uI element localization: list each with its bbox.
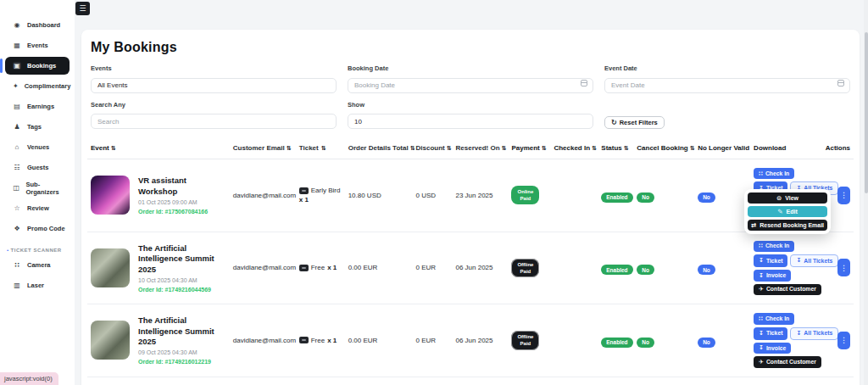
customer-email: davidlane@mail.com [233, 192, 299, 199]
event-title: VR assistant Workshop [138, 176, 227, 197]
discount-value: 0 USD [416, 192, 456, 199]
event-thumbnail [91, 248, 130, 287]
sidebar-toggle-button[interactable]: ☰ [75, 2, 90, 15]
reset-filters-button[interactable]: ↻ Reset Filters [604, 116, 665, 129]
sidebar-item[interactable]: ☆ Review [5, 199, 70, 217]
column-header[interactable]: Payment ⇅ [511, 144, 554, 152]
sidebar-item[interactable]: ▤ Earnings [5, 98, 70, 115]
check-in-button[interactable]: ∷ Check In [754, 168, 794, 179]
sidebar-item-icon: ♟ [13, 123, 21, 131]
search-input[interactable] [91, 114, 337, 129]
ticket-cell: Early Bird x 1 [299, 187, 348, 204]
column-header[interactable]: Checked In ⇅ [554, 144, 601, 152]
sidebar-item[interactable]: ❖ Promo Code [5, 220, 70, 237]
event-date-input[interactable] [604, 78, 850, 93]
sidebar-item-label: Earnings [27, 103, 54, 110]
sidebar-item-label: Review [27, 204, 49, 212]
scrollbar-thumb[interactable] [865, 32, 868, 193]
column-header[interactable]: Actions ⇅ [826, 144, 850, 152]
sort-icon: ⇅ [542, 145, 547, 152]
column-header[interactable]: Ticket ⇅ [299, 144, 348, 152]
sidebar-item[interactable]: ◫ Sub-Organizers [5, 179, 70, 197]
contact-customer-button[interactable]: ✈ Contact Customer [754, 356, 821, 367]
page-title: My Bookings [91, 40, 854, 55]
ticket-name: Free [311, 337, 325, 344]
column-header[interactable]: Cancel Booking ⇅ [637, 144, 698, 152]
contact-customer-button[interactable]: ✈ Contact Customer [754, 284, 821, 295]
row-actions-button[interactable]: ⋮ [837, 259, 850, 276]
sidebar-item-icon: ◉ [13, 21, 21, 29]
sidebar-item[interactable]: ∷ Camera [5, 256, 70, 274]
event-datetime: 09 Oct 2025 04:30 AM [138, 349, 227, 355]
refresh-icon: ↻ [611, 119, 617, 126]
sidebar-item-icon: ◫ [13, 184, 20, 192]
sidebar-item-icon: ▣ [13, 62, 21, 70]
bookings-card: My Bookings Events All Events Booking Da… [81, 30, 860, 385]
eye-icon: ⊙ [776, 194, 782, 202]
column-header[interactable]: Discount ⇅ [416, 144, 456, 152]
download-invoice-button[interactable]: ↧ Invoice [754, 343, 791, 354]
sidebar: ◉ Dashboard ▦ Events ▣ Bookings ✦ Compli… [0, 0, 75, 385]
status-cell: Enabled [601, 332, 637, 348]
row-actions-button[interactable]: ⋮ [837, 332, 850, 349]
table-row: VR assistant Workshop 01 Oct 2025 09:00 … [87, 159, 854, 232]
sidebar-item[interactable]: ☷ Guests [5, 159, 70, 176]
no-longer-valid-badge: No [698, 265, 715, 275]
column-header-label: Discount [416, 144, 445, 152]
edit-menu-button[interactable]: ✎ Edit [748, 206, 827, 217]
page-scrollbar [864, 0, 868, 385]
cancel-booking-badge: No [637, 265, 654, 275]
cancel-booking-cell: No [637, 332, 698, 348]
event-title: The Artificial Intelligence Summit 2025 [138, 315, 227, 347]
view-menu-button[interactable]: ⊙ View [748, 192, 827, 204]
sort-icon: ⇅ [287, 145, 292, 152]
download-ticket-button[interactable]: ↧ Ticket [754, 327, 787, 340]
download-ticket-button[interactable]: ↧ Ticket [754, 254, 787, 267]
column-header[interactable]: Event ⇅ [91, 144, 233, 152]
download-cell: ∷ Check In ↧ Ticket ↧ All Ticke [754, 241, 826, 296]
booking-date-input[interactable] [348, 78, 593, 93]
event-title: The Artificial Intelligence Summit 2025 [138, 243, 227, 275]
ticket-scanner-section-label: •TICKET SCANNER [7, 248, 70, 253]
event-datetime: 01 Oct 2025 09:00 AM [138, 199, 227, 205]
reserved-on-date: 06 Jun 2025 [455, 337, 511, 344]
events-filter-select[interactable]: All Events [91, 78, 337, 93]
payment-badge: Offline Paid [511, 331, 539, 349]
sidebar-item-label: Guests [27, 164, 48, 171]
check-in-button[interactable]: ∷ Check In [754, 241, 794, 252]
event-datetime: 10 Oct 2025 04:30 AM [138, 277, 227, 283]
download-icon: ↧ [796, 330, 801, 337]
column-header[interactable]: Reserved! On ⇅ [456, 144, 512, 152]
section-bullet-icon: • [7, 248, 9, 253]
column-header-label: Download [754, 144, 786, 152]
calendar-icon [837, 80, 844, 86]
sidebar-item[interactable]: ▦ Events [5, 36, 70, 54]
sidebar-item-icon: ☷ [13, 164, 21, 171]
sidebar-item[interactable]: ♟ Tags [5, 118, 70, 136]
sort-icon: ⇅ [502, 145, 507, 152]
sidebar-item[interactable]: ✦ Complimentary [5, 77, 70, 95]
column-header-label: Ticket [299, 144, 319, 152]
column-header[interactable]: No Longer Valid ⇅ [698, 144, 754, 152]
download-invoice-button[interactable]: ↧ Invoice [754, 270, 791, 281]
sidebar-item[interactable]: ▥ Laser [5, 276, 70, 294]
sidebar-item-label: Complimentary [25, 82, 71, 90]
resend-booking-email-button[interactable]: ⇄ Resend Booking Email [748, 220, 827, 231]
column-header[interactable]: Download ⇅ [754, 144, 826, 152]
show-count-select[interactable]: 10 [348, 114, 593, 129]
column-header[interactable]: Customer Email ⇅ [233, 144, 299, 152]
sort-icon: ⇅ [111, 145, 116, 152]
column-header[interactable]: Order Details Total ⇅ [348, 144, 416, 152]
sidebar-item[interactable]: ◉ Dashboard [5, 16, 70, 34]
ticket-qty: x 1 [327, 264, 337, 271]
sidebar-item-icon: ▤ [13, 103, 21, 110]
column-header[interactable]: Status ⇅ [601, 144, 637, 152]
check-in-button[interactable]: ∷ Check In [754, 313, 794, 324]
send-icon: ✈ [759, 359, 764, 365]
row-actions-button[interactable]: ⋮ [837, 187, 850, 204]
ticket-icon [299, 265, 309, 271]
sidebar-item[interactable]: ⌂ Venues [5, 138, 70, 156]
sidebar-item[interactable]: ▣ Bookings [5, 57, 70, 75]
event-cell: VR assistant Workshop 01 Oct 2025 09:00 … [91, 176, 233, 215]
reserved-on-date: 23 Jun 2025 [455, 192, 511, 199]
